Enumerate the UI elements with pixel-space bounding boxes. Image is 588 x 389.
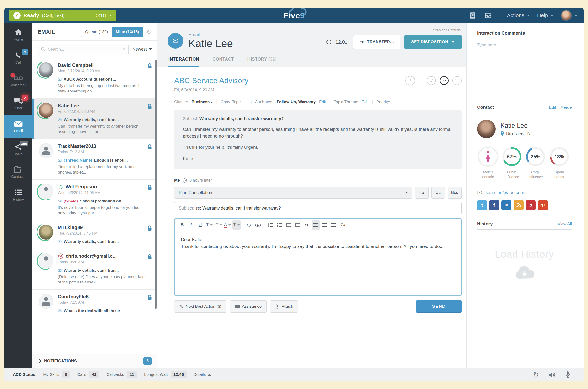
sender-avatar	[37, 184, 54, 216]
cc-button[interactable]: Cc	[432, 187, 445, 198]
rail-item-social[interactable]: 396 Social	[4, 138, 33, 161]
send-button[interactable]: SEND	[416, 300, 462, 313]
interaction-tabs: INTERACTION CONTACT HISTORY (32)	[168, 57, 462, 67]
help-menu[interactable]: Help	[537, 12, 554, 19]
text-style-icon[interactable]: T	[205, 221, 213, 229]
edit-attributes-link[interactable]: Edit	[319, 100, 326, 104]
email-list-item[interactable]: ☹ chris.hoder@gmail.c... Today, 9:20 AM …	[33, 249, 157, 290]
email-list-item[interactable]: CourtneyFlo$ Today, 7:13 AM ✉ What's the…	[33, 290, 157, 318]
attach-button[interactable]: Attach	[270, 300, 298, 313]
linkedin-icon[interactable]: in	[501, 200, 512, 210]
underline-icon[interactable]: U	[196, 221, 204, 229]
align-left-icon[interactable]	[312, 221, 320, 229]
home-icon	[14, 28, 23, 36]
agent-status-pill[interactable]: ✓ Ready (Call, Text) 5:18	[9, 10, 116, 21]
email-list-item[interactable]: MTLking89 Tue, 4/2/2014, 3:46 PM ✉ Warra…	[33, 221, 157, 249]
twitter-icon[interactable]: t	[477, 200, 487, 210]
journal-icon[interactable]	[469, 11, 477, 20]
divider	[522, 371, 522, 379]
font-size-icon[interactable]: tT	[214, 221, 222, 229]
email-list-item[interactable]: David Campbell Mon, 5/12/2014, 9:20 AM ✉…	[33, 58, 157, 99]
notifications-bar[interactable]: NOTIFICATIONS 5	[33, 354, 157, 368]
email-timestamp: Wed, 4/3/2014, 11:05 AM	[58, 191, 145, 195]
rss-icon[interactable]	[514, 200, 524, 210]
inbox-icon[interactable]	[484, 11, 493, 20]
sentiment-neutral-icon[interactable]	[440, 76, 449, 85]
contact-email-link[interactable]: katie.lee@abc.com	[486, 190, 524, 195]
profile-menu[interactable]	[561, 10, 578, 21]
assistance-list-icon	[235, 305, 240, 308]
bullet-list-icon[interactable]	[275, 221, 284, 229]
sentiment-negative-icon[interactable]	[427, 76, 436, 85]
lock-icon	[147, 144, 152, 150]
search-box[interactable]: ×	[38, 44, 129, 55]
indent-icon[interactable]	[294, 221, 302, 229]
reply-subject-field[interactable]: Subject: re: Warranty details, can I tra…	[174, 202, 462, 214]
speaker-icon[interactable]	[548, 372, 555, 378]
email-list-item[interactable]: ☺ Will Ferguson Wed, 4/3/2014, 11:05 AM …	[33, 180, 157, 221]
priority-icon[interactable]: !	[405, 75, 415, 86]
pinterest-icon[interactable]: p	[526, 200, 536, 210]
merge-contact-link[interactable]: Merge	[560, 105, 572, 110]
clear-format-icon[interactable]: Tx	[339, 221, 347, 229]
set-disposition-button[interactable]: SET DISPOSITION	[404, 35, 462, 49]
reply-body-input[interactable]: Dear Katie, Thank for contacting us abou…	[175, 231, 461, 295]
tab-history[interactable]: HISTORY (32)	[248, 57, 277, 67]
email-list-item[interactable]: Katie Lee Fri, 6/8/2014, 9:20 AM ✉ Warra…	[33, 99, 157, 139]
rail-item-history[interactable]: History	[4, 184, 33, 206]
clear-search-icon[interactable]: ×	[123, 46, 126, 52]
font-color-icon[interactable]: A	[223, 221, 231, 229]
rail-item-call[interactable]: 1 Call	[4, 46, 33, 69]
email-body-signature: Katie	[183, 155, 453, 162]
tab-contact[interactable]: CONTACT	[213, 57, 234, 67]
bcc-button[interactable]: Bcc	[448, 187, 462, 198]
highlight-color-icon[interactable]: T	[232, 221, 241, 229]
divider	[477, 39, 572, 39]
assistance-button[interactable]: Assistance	[230, 300, 266, 313]
details-toggle[interactable]: Details	[193, 372, 211, 377]
search-input[interactable]	[48, 47, 120, 52]
interaction-pane: ✉ Email Katie Lee Interaction Controls: …	[157, 23, 466, 368]
edit-contact-link[interactable]: Edit	[549, 105, 556, 110]
actions-menu[interactable]: Actions	[507, 12, 530, 19]
chevron-up-icon	[208, 374, 211, 376]
microphone-icon[interactable]	[565, 371, 570, 378]
emoji-icon[interactable]: ☺	[245, 221, 253, 229]
tab-interaction[interactable]: INTERACTION	[168, 57, 199, 67]
divider	[477, 229, 572, 229]
next-best-action-button[interactable]: ✎ Next Best Action (3)	[174, 300, 226, 313]
align-center-icon[interactable]	[321, 221, 329, 229]
view-all-link[interactable]: View All	[558, 222, 572, 227]
link-icon[interactable]	[254, 221, 262, 229]
outdent-icon[interactable]	[285, 221, 293, 229]
rail-item-home[interactable]: Home	[4, 23, 33, 46]
facebook-icon[interactable]: f	[489, 200, 499, 210]
blockquote-icon[interactable]: ”	[303, 221, 311, 229]
rail-item-email[interactable]: Email	[4, 115, 33, 138]
interaction-comments-input[interactable]	[477, 43, 572, 57]
list-scrollbar[interactable]	[155, 60, 156, 309]
italic-icon[interactable]: I	[187, 221, 195, 229]
email-list-item[interactable]: TrackMaster2013 Today, 7:13 AM ✉ (Thread…	[33, 139, 157, 180]
sentiment-positive-icon[interactable]	[452, 76, 462, 85]
google-plus-icon[interactable]: g+	[538, 200, 548, 210]
contact-name-heading: Katie Lee	[188, 38, 233, 50]
rail-item-voicemail[interactable]: Voicemail	[4, 69, 33, 92]
ordered-list-icon[interactable]	[266, 221, 274, 229]
queue-tab[interactable]: Queue (129)	[81, 27, 112, 37]
load-history-placeholder[interactable]: Load History	[477, 249, 572, 280]
to-button[interactable]: To	[415, 187, 429, 198]
align-right-icon[interactable]	[330, 221, 338, 229]
rail-item-contacts[interactable]: Contacts	[4, 161, 33, 184]
reply-meta: Me 3 hours later	[174, 178, 462, 183]
refresh-icon[interactable]: ↻	[147, 28, 152, 36]
edit-thread-link[interactable]: Edit	[362, 100, 368, 104]
bold-icon[interactable]: B	[178, 221, 186, 229]
sort-dropdown[interactable]: Newest	[132, 47, 152, 52]
reply-template-select[interactable]: Plan Cancellation	[174, 187, 412, 198]
refresh-icon[interactable]: ↻	[533, 371, 539, 379]
transfer-button[interactable]: ➜ TRANSFER...	[353, 35, 400, 49]
cluster-dropdown[interactable]: Business	[192, 100, 213, 104]
mine-tab[interactable]: Mine (13/15)	[112, 27, 143, 37]
rail-item-chat[interactable]: 2 Chat	[4, 92, 33, 115]
